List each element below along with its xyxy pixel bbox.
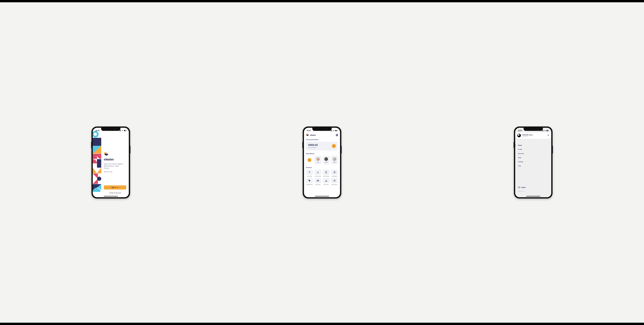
add-funds-button[interactable]: + [332, 144, 336, 148]
mockup-stage: 21:27 [0, 2, 644, 323]
menu-item-settings[interactable]: Settings [515, 160, 551, 164]
menu-grid-button[interactable] [336, 134, 338, 136]
onboard-join-text: Join For Free. [104, 171, 126, 173]
drawer-content: Gabriella Jones Lousiana, AO HomeProfile… [515, 128, 551, 197]
notch [101, 128, 120, 131]
sign-in-label: Sign in [112, 187, 116, 188]
service-label: Movie Ticket [315, 184, 320, 185]
contact-card[interactable]: Vickie [323, 156, 330, 164]
wifi-icon [122, 130, 124, 131]
arrow-down-icon [316, 171, 319, 174]
device-frame-1: 21:27 [92, 126, 130, 199]
service-arrow-up[interactable]: Send Money [306, 170, 313, 177]
profile-location: Lousiana, AO [522, 136, 533, 137]
create-account-link[interactable]: Create an Account [104, 192, 126, 194]
status-time: 21:27 [96, 130, 100, 131]
avatar [324, 157, 328, 161]
svg-rect-25 [334, 181, 334, 181]
brand-name: eWallet [310, 134, 316, 136]
service-tag[interactable]: Cashback Offer [306, 178, 313, 185]
sign-in-button[interactable]: Sign in [104, 185, 126, 190]
avatar [316, 157, 320, 161]
menu-item-home[interactable]: Home [515, 143, 551, 147]
service-tile [331, 170, 338, 175]
screen-drawer: 21:27 Gabriella Jones Lousiana, AO [515, 128, 551, 197]
status-right [119, 130, 126, 131]
wifi-icon [333, 130, 334, 131]
service-phone[interactable]: Mobile Prepaid [323, 170, 330, 177]
close-icon [548, 134, 549, 136]
overview-title: Account Overview [306, 139, 338, 140]
logout-label: Logout [521, 187, 526, 188]
tag-icon [308, 179, 311, 182]
svg-rect-29 [547, 130, 548, 131]
svg-rect-27 [335, 181, 335, 181]
balance-amount: 10522.62 [308, 144, 318, 146]
status-right [330, 130, 338, 131]
svg-point-16 [309, 180, 309, 180]
service-tile [306, 170, 313, 175]
svg-rect-12 [336, 130, 336, 131]
service-tile [306, 178, 313, 183]
service-tile [314, 170, 322, 175]
service-label: Cashback Offer [306, 184, 313, 185]
bulb-icon [333, 171, 336, 174]
service-label: More Services [332, 184, 337, 185]
plane-icon [325, 179, 328, 182]
svg-rect-23 [334, 181, 334, 181]
services-title: Services [306, 167, 338, 168]
arrow-right-icon [117, 187, 118, 188]
service-label: Mobile Prepaid [323, 176, 329, 177]
status-time: 21:27 [307, 130, 311, 131]
profile-header: Gabriella Jones Lousiana, AO [515, 132, 551, 139]
notch [524, 128, 543, 131]
logout-button[interactable]: Logout [518, 186, 526, 188]
balance-card: 10522.62 Current Balance + [306, 142, 338, 151]
send-title: Send Money [306, 153, 338, 154]
service-tile [323, 178, 330, 183]
notch [312, 128, 332, 131]
svg-rect-13 [337, 130, 338, 131]
service-tile [314, 178, 322, 183]
service-ticket[interactable]: Movie Ticket [314, 178, 322, 185]
close-drawer-button[interactable] [548, 134, 549, 137]
home-indicator [104, 196, 118, 196]
screen-onboarding: 21:27 [93, 128, 129, 197]
app-title: eWallet [104, 158, 126, 161]
add-contact-button[interactable]: + [306, 156, 313, 164]
onboard-artwork [93, 128, 101, 197]
svg-rect-30 [548, 130, 549, 131]
contact-name: Ettie [333, 162, 336, 163]
contact-card[interactable]: Ettie [331, 156, 338, 164]
drawer-menu: HomeProfileAccountsStatsSettingsHelp [515, 143, 551, 168]
app-logo [104, 152, 108, 157]
contacts-row: + Ana Vickie Ettie [306, 156, 338, 164]
svg-rect-26 [334, 181, 334, 181]
avatar [333, 157, 336, 161]
menu-item-accounts[interactable]: Accounts [515, 151, 551, 156]
onboard-content: eWallet Open An Account For Digital E-Wa… [104, 128, 126, 197]
dashboard-content: eWallet Account Overview 10522.62 Curren… [304, 128, 340, 197]
battery-icon [335, 130, 338, 131]
plus-icon: + [308, 158, 312, 162]
home-indicator [315, 196, 329, 196]
menu-item-profile[interactable]: Profile [515, 147, 551, 151]
service-plane[interactable]: Flickt Tickets [323, 178, 330, 185]
balance-label: Current Balance [308, 147, 318, 148]
svg-point-9 [97, 177, 101, 181]
profile-name: Gabriella Jones [522, 134, 533, 136]
menu-item-help[interactable]: Help [515, 164, 551, 168]
svg-rect-6 [93, 138, 101, 146]
contact-card[interactable]: Ana [314, 156, 322, 164]
svg-point-15 [326, 173, 326, 173]
home-indicator [526, 196, 540, 196]
menu-item-stats[interactable]: Stats [515, 156, 551, 160]
service-bulb[interactable]: Electricity Bill [331, 170, 338, 177]
service-grid[interactable]: More Services [331, 178, 338, 185]
service-arrow-down[interactable]: Receive Money [314, 170, 322, 177]
contact-name: Ana [317, 162, 319, 163]
version-label: Version 1.0.0 [518, 191, 524, 192]
phone-icon [325, 171, 328, 174]
logo-bowl [104, 154, 108, 156]
battery-icon [546, 130, 549, 131]
